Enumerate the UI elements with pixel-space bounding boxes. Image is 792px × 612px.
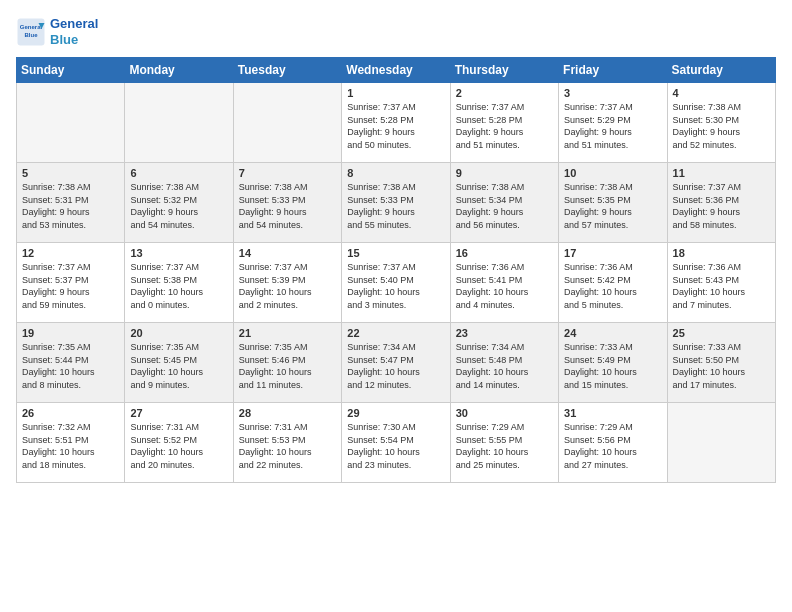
day-number: 25 [673, 327, 770, 339]
calendar-cell: 26Sunrise: 7:32 AM Sunset: 5:51 PM Dayli… [17, 403, 125, 483]
calendar-cell: 29Sunrise: 7:30 AM Sunset: 5:54 PM Dayli… [342, 403, 450, 483]
day-number: 6 [130, 167, 227, 179]
day-number: 5 [22, 167, 119, 179]
calendar-cell [17, 83, 125, 163]
day-number: 21 [239, 327, 336, 339]
calendar-cell: 19Sunrise: 7:35 AM Sunset: 5:44 PM Dayli… [17, 323, 125, 403]
calendar-cell [233, 83, 341, 163]
day-number: 26 [22, 407, 119, 419]
calendar-cell: 31Sunrise: 7:29 AM Sunset: 5:56 PM Dayli… [559, 403, 667, 483]
day-number: 3 [564, 87, 661, 99]
cell-info: Sunrise: 7:37 AM Sunset: 5:39 PM Dayligh… [239, 261, 336, 311]
day-number: 31 [564, 407, 661, 419]
week-row-4: 19Sunrise: 7:35 AM Sunset: 5:44 PM Dayli… [17, 323, 776, 403]
calendar-cell: 15Sunrise: 7:37 AM Sunset: 5:40 PM Dayli… [342, 243, 450, 323]
calendar-cell: 17Sunrise: 7:36 AM Sunset: 5:42 PM Dayli… [559, 243, 667, 323]
week-row-2: 5Sunrise: 7:38 AM Sunset: 5:31 PM Daylig… [17, 163, 776, 243]
svg-text:Blue: Blue [24, 31, 38, 37]
calendar-cell: 6Sunrise: 7:38 AM Sunset: 5:32 PM Daylig… [125, 163, 233, 243]
day-number: 17 [564, 247, 661, 259]
cell-info: Sunrise: 7:38 AM Sunset: 5:31 PM Dayligh… [22, 181, 119, 231]
day-number: 23 [456, 327, 553, 339]
calendar-cell: 9Sunrise: 7:38 AM Sunset: 5:34 PM Daylig… [450, 163, 558, 243]
header-monday: Monday [125, 58, 233, 83]
day-number: 13 [130, 247, 227, 259]
cell-info: Sunrise: 7:36 AM Sunset: 5:43 PM Dayligh… [673, 261, 770, 311]
header-saturday: Saturday [667, 58, 775, 83]
cell-info: Sunrise: 7:31 AM Sunset: 5:53 PM Dayligh… [239, 421, 336, 471]
cell-info: Sunrise: 7:37 AM Sunset: 5:28 PM Dayligh… [456, 101, 553, 151]
day-number: 16 [456, 247, 553, 259]
header-sunday: Sunday [17, 58, 125, 83]
logo: General Blue GeneralBlue [16, 16, 98, 47]
calendar-table: SundayMondayTuesdayWednesdayThursdayFrid… [16, 57, 776, 483]
day-number: 2 [456, 87, 553, 99]
header-friday: Friday [559, 58, 667, 83]
calendar-cell: 24Sunrise: 7:33 AM Sunset: 5:49 PM Dayli… [559, 323, 667, 403]
week-row-3: 12Sunrise: 7:37 AM Sunset: 5:37 PM Dayli… [17, 243, 776, 323]
cell-info: Sunrise: 7:29 AM Sunset: 5:55 PM Dayligh… [456, 421, 553, 471]
day-number: 19 [22, 327, 119, 339]
header-wednesday: Wednesday [342, 58, 450, 83]
cell-info: Sunrise: 7:36 AM Sunset: 5:42 PM Dayligh… [564, 261, 661, 311]
calendar-cell: 5Sunrise: 7:38 AM Sunset: 5:31 PM Daylig… [17, 163, 125, 243]
cell-info: Sunrise: 7:32 AM Sunset: 5:51 PM Dayligh… [22, 421, 119, 471]
cell-info: Sunrise: 7:37 AM Sunset: 5:38 PM Dayligh… [130, 261, 227, 311]
logo-text: GeneralBlue [50, 16, 98, 47]
cell-info: Sunrise: 7:31 AM Sunset: 5:52 PM Dayligh… [130, 421, 227, 471]
cell-info: Sunrise: 7:37 AM Sunset: 5:29 PM Dayligh… [564, 101, 661, 151]
calendar-cell: 13Sunrise: 7:37 AM Sunset: 5:38 PM Dayli… [125, 243, 233, 323]
cell-info: Sunrise: 7:37 AM Sunset: 5:36 PM Dayligh… [673, 181, 770, 231]
day-number: 12 [22, 247, 119, 259]
calendar-cell: 14Sunrise: 7:37 AM Sunset: 5:39 PM Dayli… [233, 243, 341, 323]
day-number: 28 [239, 407, 336, 419]
cell-info: Sunrise: 7:35 AM Sunset: 5:46 PM Dayligh… [239, 341, 336, 391]
day-number: 20 [130, 327, 227, 339]
cell-info: Sunrise: 7:38 AM Sunset: 5:35 PM Dayligh… [564, 181, 661, 231]
cell-info: Sunrise: 7:38 AM Sunset: 5:32 PM Dayligh… [130, 181, 227, 231]
calendar-cell: 16Sunrise: 7:36 AM Sunset: 5:41 PM Dayli… [450, 243, 558, 323]
day-number: 1 [347, 87, 444, 99]
logo-icon: General Blue [16, 17, 46, 47]
calendar-cell: 23Sunrise: 7:34 AM Sunset: 5:48 PM Dayli… [450, 323, 558, 403]
calendar-cell: 22Sunrise: 7:34 AM Sunset: 5:47 PM Dayli… [342, 323, 450, 403]
cell-info: Sunrise: 7:34 AM Sunset: 5:47 PM Dayligh… [347, 341, 444, 391]
cell-info: Sunrise: 7:33 AM Sunset: 5:49 PM Dayligh… [564, 341, 661, 391]
calendar-cell: 11Sunrise: 7:37 AM Sunset: 5:36 PM Dayli… [667, 163, 775, 243]
day-number: 9 [456, 167, 553, 179]
calendar-cell: 8Sunrise: 7:38 AM Sunset: 5:33 PM Daylig… [342, 163, 450, 243]
svg-text:General: General [20, 24, 43, 30]
day-number: 18 [673, 247, 770, 259]
calendar-cell: 27Sunrise: 7:31 AM Sunset: 5:52 PM Dayli… [125, 403, 233, 483]
calendar-cell: 25Sunrise: 7:33 AM Sunset: 5:50 PM Dayli… [667, 323, 775, 403]
calendar-cell [667, 403, 775, 483]
cell-info: Sunrise: 7:38 AM Sunset: 5:34 PM Dayligh… [456, 181, 553, 231]
day-number: 14 [239, 247, 336, 259]
day-number: 4 [673, 87, 770, 99]
cell-info: Sunrise: 7:35 AM Sunset: 5:45 PM Dayligh… [130, 341, 227, 391]
cell-info: Sunrise: 7:36 AM Sunset: 5:41 PM Dayligh… [456, 261, 553, 311]
calendar-cell: 4Sunrise: 7:38 AM Sunset: 5:30 PM Daylig… [667, 83, 775, 163]
calendar-cell: 30Sunrise: 7:29 AM Sunset: 5:55 PM Dayli… [450, 403, 558, 483]
cell-info: Sunrise: 7:37 AM Sunset: 5:37 PM Dayligh… [22, 261, 119, 311]
day-number: 8 [347, 167, 444, 179]
day-number: 24 [564, 327, 661, 339]
calendar-cell: 10Sunrise: 7:38 AM Sunset: 5:35 PM Dayli… [559, 163, 667, 243]
day-number: 27 [130, 407, 227, 419]
day-number: 30 [456, 407, 553, 419]
calendar-cell [125, 83, 233, 163]
calendar-cell: 2Sunrise: 7:37 AM Sunset: 5:28 PM Daylig… [450, 83, 558, 163]
day-number: 7 [239, 167, 336, 179]
calendar-cell: 1Sunrise: 7:37 AM Sunset: 5:28 PM Daylig… [342, 83, 450, 163]
calendar-cell: 21Sunrise: 7:35 AM Sunset: 5:46 PM Dayli… [233, 323, 341, 403]
cell-info: Sunrise: 7:38 AM Sunset: 5:33 PM Dayligh… [347, 181, 444, 231]
header-thursday: Thursday [450, 58, 558, 83]
calendar-cell: 3Sunrise: 7:37 AM Sunset: 5:29 PM Daylig… [559, 83, 667, 163]
week-row-5: 26Sunrise: 7:32 AM Sunset: 5:51 PM Dayli… [17, 403, 776, 483]
day-number: 22 [347, 327, 444, 339]
cell-info: Sunrise: 7:38 AM Sunset: 5:33 PM Dayligh… [239, 181, 336, 231]
day-number: 11 [673, 167, 770, 179]
cell-info: Sunrise: 7:38 AM Sunset: 5:30 PM Dayligh… [673, 101, 770, 151]
day-number: 15 [347, 247, 444, 259]
weekday-header-row: SundayMondayTuesdayWednesdayThursdayFrid… [17, 58, 776, 83]
